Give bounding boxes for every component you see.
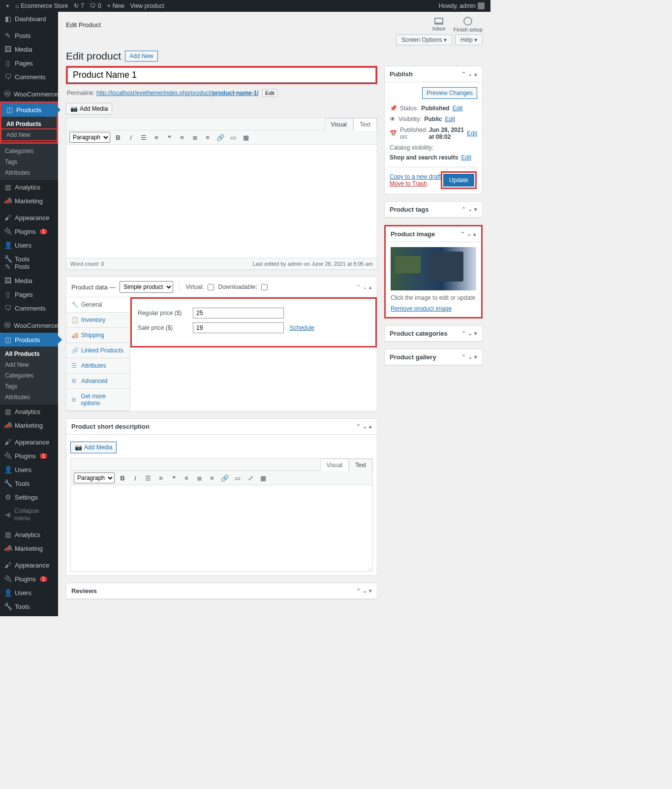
- add-new-button[interactable]: Add New: [125, 51, 158, 62]
- italic-icon[interactable]: I: [126, 132, 136, 142]
- update-button[interactable]: Update: [443, 174, 474, 187]
- move-trash-link[interactable]: Move to Trash: [390, 180, 441, 187]
- bold-icon[interactable]: B: [113, 132, 123, 142]
- toggle-icon[interactable]: ▾: [474, 354, 477, 360]
- date-edit-link[interactable]: Edit: [467, 130, 477, 137]
- toggle-icon[interactable]: ▾: [474, 206, 477, 213]
- menu-marketing[interactable]: 📣Marketing: [0, 194, 58, 208]
- permalink-link[interactable]: http://localhost/evetheme/index.php/prod…: [96, 90, 259, 96]
- bold-icon[interactable]: B: [118, 473, 127, 483]
- sale-price-input[interactable]: [193, 322, 284, 333]
- catalog-edit-link[interactable]: Edit: [461, 154, 471, 161]
- chevron-down-icon[interactable]: ⌄: [467, 231, 471, 237]
- toggle-icon[interactable]: ▴: [369, 284, 372, 290]
- chevron-down-icon[interactable]: ⌄: [468, 71, 472, 77]
- screen-options-button[interactable]: Screen Options ▾: [396, 34, 452, 45]
- fullscreen-icon[interactable]: ⤢: [245, 473, 255, 483]
- menu-users3[interactable]: 👤Users: [0, 586, 58, 600]
- menu-media2[interactable]: 🖾Media: [0, 274, 58, 287]
- ul-icon[interactable]: ☰: [143, 473, 153, 483]
- toggle-icon[interactable]: ▴: [474, 71, 477, 77]
- menu-dashboard[interactable]: ◧Dashboard: [0, 12, 58, 26]
- submenu-add-new[interactable]: Add New: [0, 128, 58, 141]
- submenu-all2[interactable]: All Products: [0, 348, 58, 359]
- pd-tab-shipping[interactable]: 🚚Shipping: [66, 328, 130, 343]
- chevron-up-icon[interactable]: ⌃: [356, 284, 361, 290]
- align-center-icon[interactable]: ≣: [190, 132, 200, 142]
- italic-icon[interactable]: I: [130, 473, 140, 483]
- menu-settings3[interactable]: ⚙Settings: [0, 613, 58, 616]
- menu-products2[interactable]: ◫Products: [0, 333, 58, 347]
- menu-woocommerce[interactable]: ⓦWooCommerce: [0, 87, 58, 101]
- updates-link[interactable]: ↻ 7: [71, 2, 87, 9]
- short-text-tab[interactable]: Text: [349, 459, 372, 471]
- short-paragraph-select[interactable]: Paragraph: [74, 473, 115, 483]
- menu-users2[interactable]: 👤Users: [0, 463, 58, 476]
- new-link[interactable]: + New: [104, 2, 127, 9]
- pd-tab-advanced[interactable]: ⚙Advanced: [66, 374, 130, 389]
- site-link[interactable]: ⌂ Ecommerce Store: [12, 2, 71, 9]
- visibility-edit-link[interactable]: Edit: [445, 116, 455, 123]
- more-icon[interactable]: ▭: [228, 132, 238, 142]
- ul-icon[interactable]: ☰: [139, 132, 149, 142]
- product-image-thumb[interactable]: [391, 247, 476, 290]
- quote-icon[interactable]: ❝: [169, 473, 179, 483]
- menu-posts[interactable]: ✎Posts: [0, 29, 58, 42]
- wp-logo[interactable]: ⌖: [3, 2, 12, 9]
- align-right-icon[interactable]: ≡: [203, 132, 213, 142]
- account-link[interactable]: Howdy, admin: [436, 2, 488, 9]
- view-product-link[interactable]: View product: [127, 2, 167, 9]
- chevron-up-icon[interactable]: ⌃: [461, 354, 466, 360]
- menu-appearance2[interactable]: 🖌Appearance: [0, 435, 58, 449]
- menu-pages2[interactable]: ▯Pages: [0, 287, 58, 301]
- menu-media[interactable]: 🖾Media: [0, 42, 58, 56]
- align-left-icon[interactable]: ≡: [182, 473, 191, 483]
- help-button[interactable]: Help ▾: [455, 34, 483, 45]
- short-editor-content[interactable]: [71, 485, 372, 564]
- menu-plugins2[interactable]: 🔌Plugins1: [0, 449, 58, 463]
- toggle-icon[interactable]: ▾: [474, 330, 477, 337]
- align-right-icon[interactable]: ≡: [207, 473, 217, 483]
- resize-handle[interactable]: [71, 564, 372, 571]
- chevron-up-icon[interactable]: ⌃: [460, 231, 465, 237]
- downloadable-checkbox[interactable]: [261, 284, 268, 290]
- copy-draft-link[interactable]: Copy to a new draft: [390, 173, 441, 180]
- virtual-checkbox[interactable]: [208, 284, 214, 290]
- menu-users[interactable]: 👤Users: [0, 238, 58, 252]
- chevron-up-icon[interactable]: ⌃: [356, 423, 361, 430]
- align-left-icon[interactable]: ≡: [177, 132, 187, 142]
- menu-tools3[interactable]: 🔧Tools: [0, 600, 58, 613]
- chevron-down-icon[interactable]: ⌄: [468, 330, 472, 337]
- menu-woo2[interactable]: ⓦWooCommerce: [0, 318, 58, 333]
- menu-posts2[interactable]: ✎Posts: [0, 260, 58, 274]
- schedule-link[interactable]: Schedule: [290, 324, 314, 331]
- pd-tab-inventory[interactable]: 📋Inventory: [66, 313, 130, 328]
- link-icon[interactable]: 🔗: [215, 132, 225, 142]
- chevron-up-icon[interactable]: ⌃: [356, 588, 361, 594]
- text-tab[interactable]: Text: [353, 118, 377, 130]
- toolbar-toggle-icon[interactable]: ▦: [241, 132, 251, 142]
- menu-comments[interactable]: 🗨Comments: [0, 70, 58, 84]
- toggle-icon[interactable]: ▴: [473, 231, 476, 237]
- menu-pages[interactable]: ▯Pages: [0, 56, 58, 70]
- menu-comments2[interactable]: 🗨Comments: [0, 301, 58, 315]
- toolbar-toggle-icon[interactable]: ▦: [258, 473, 268, 483]
- menu-appearance3[interactable]: 🖌Appearance: [0, 558, 58, 572]
- pd-tab-attributes[interactable]: ☰Attributes: [66, 358, 130, 374]
- submenu-categories[interactable]: Categories: [0, 146, 58, 157]
- pd-tab-linked[interactable]: 🔗Linked Products: [66, 343, 130, 358]
- regular-price-input[interactable]: [193, 308, 284, 318]
- link-icon[interactable]: 🔗: [220, 473, 230, 483]
- ol-icon[interactable]: ≡: [156, 473, 166, 483]
- status-edit-link[interactable]: Edit: [453, 105, 463, 112]
- collapse-menu[interactable]: ◀Collapse menu: [0, 504, 58, 525]
- quote-icon[interactable]: ❝: [164, 132, 174, 142]
- more-icon[interactable]: ▭: [233, 473, 243, 483]
- remove-image-link[interactable]: Remove product image: [391, 305, 452, 312]
- menu-tools2[interactable]: 🔧Tools: [0, 476, 58, 490]
- submenu-add2[interactable]: Add New: [0, 359, 58, 370]
- chevron-down-icon[interactable]: ⌄: [363, 423, 367, 430]
- menu-analytics3[interactable]: ▥Analytics: [0, 528, 58, 541]
- menu-marketing2[interactable]: 📣Marketing: [0, 418, 58, 432]
- align-center-icon[interactable]: ≣: [194, 473, 204, 483]
